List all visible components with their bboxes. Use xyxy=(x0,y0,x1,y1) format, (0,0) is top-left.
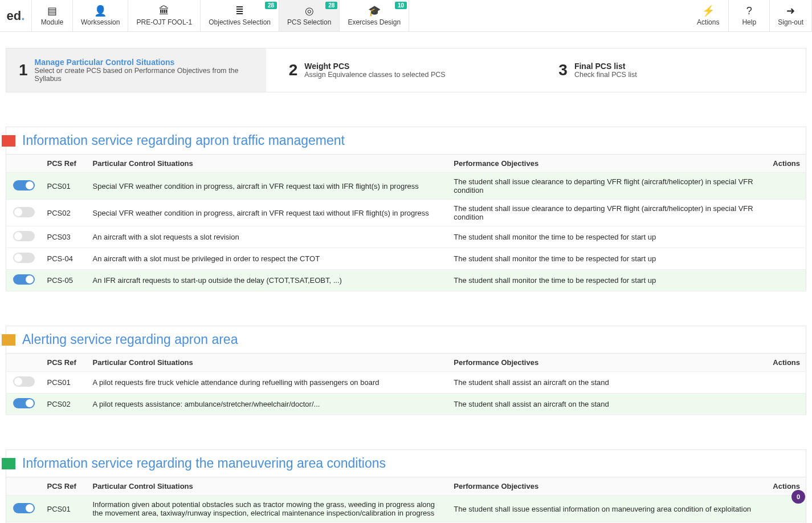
bank-icon: 🏛 xyxy=(159,6,169,16)
pcs-actions[interactable] xyxy=(767,372,806,394)
toggle-switch[interactable] xyxy=(13,180,35,190)
column-header: PCS Ref xyxy=(42,155,87,173)
section-header: Alerting service regarding apron area xyxy=(6,326,806,353)
column-header xyxy=(6,155,42,173)
pcs-actions[interactable] xyxy=(767,173,806,200)
section: Information service regarding the maneuv… xyxy=(6,449,806,523)
column-header: Particular Control Situations xyxy=(87,354,448,372)
help-icon: ? xyxy=(746,6,752,16)
nav-right-group: ⚡Actions?Help➜Sign-out xyxy=(688,0,812,31)
table-row: PCS01A pilot requests fire truck vehicle… xyxy=(6,372,806,394)
pcs-ref: PCS-05 xyxy=(42,270,87,291)
nav-spacer xyxy=(409,0,688,31)
step-subtitle: Check final PCS list xyxy=(574,71,637,79)
column-header: Performance Objectives xyxy=(448,155,767,173)
column-header: Performance Objectives xyxy=(448,477,767,496)
nav-item-worksession[interactable]: 👤Worksession xyxy=(73,0,128,31)
notification-count: 0 xyxy=(797,493,800,500)
toggle-switch[interactable] xyxy=(13,207,35,217)
column-header xyxy=(6,477,42,496)
table-row: PCS03An aircraft with a slot requests a … xyxy=(6,226,806,248)
pcs-objective: The student shall issue clearance to dep… xyxy=(448,200,767,226)
step-text: Final PCS listCheck final PCS list xyxy=(574,62,637,79)
brand-logo: ed. xyxy=(0,0,32,31)
nav-item-objectives-selection[interactable]: ≣Objectives Selection28 xyxy=(201,0,279,31)
nav-item-module[interactable]: ▤Module xyxy=(32,0,73,31)
toggle-switch[interactable] xyxy=(13,376,35,387)
section-header: Information service regarding the maneuv… xyxy=(6,449,806,477)
step-title: Manage Particular Control Situations xyxy=(35,58,254,67)
nav-item-exercises-design[interactable]: 🎓Exercises Design10 xyxy=(340,0,409,31)
pcs-actions[interactable] xyxy=(767,270,806,291)
nav-item-pcs-selection[interactable]: ◎PCS Selection28 xyxy=(279,0,340,31)
nav-item-pre-ojt-fool-1[interactable]: 🏛PRE-OJT FOOL-1 xyxy=(128,0,201,31)
nav-item-sign-out[interactable]: ➜Sign-out xyxy=(770,0,812,31)
pcs-situation: An IFR aircraft requests to start-up out… xyxy=(87,270,448,291)
toggle-switch[interactable] xyxy=(13,253,35,263)
pcs-actions[interactable] xyxy=(767,226,806,248)
step-number: 1 xyxy=(19,61,28,79)
section-title: Information service regarding apron traf… xyxy=(22,133,345,148)
step-number: 2 xyxy=(289,61,298,79)
step-text: Weight PCSAssign Equivalence classes to … xyxy=(304,62,445,79)
pcs-ref: PCS01 xyxy=(42,372,87,394)
pcs-objective: The student shall monitor the time to be… xyxy=(448,270,767,291)
table-row: PCS01Information given about potential o… xyxy=(6,496,806,522)
nav-label: PCS Selection xyxy=(287,18,331,26)
section-title: Information service regarding the maneuv… xyxy=(22,456,386,471)
column-header: Particular Control Situations xyxy=(87,155,448,173)
section: Alerting service regarding apron areaPCS… xyxy=(6,326,806,415)
notification-bubble[interactable]: 0 xyxy=(791,490,805,504)
column-header: Actions xyxy=(767,155,806,173)
toggle-knob xyxy=(14,232,22,240)
pcs-actions[interactable] xyxy=(767,200,806,226)
section-flag-icon xyxy=(2,334,15,346)
pcs-objective: The student shall issue essential inform… xyxy=(448,496,767,522)
pcs-ref: PCS02 xyxy=(42,394,87,415)
toggle-switch[interactable] xyxy=(13,231,35,241)
pcs-objective: The student shall monitor the time to be… xyxy=(448,248,767,270)
toggle-switch[interactable] xyxy=(13,274,35,285)
toggle-knob xyxy=(14,254,22,262)
pcs-objective: The student shall monitor the time to be… xyxy=(448,226,767,248)
person-icon: 👤 xyxy=(94,6,107,16)
section-title: Alerting service regarding apron area xyxy=(22,332,238,347)
nav-badge: 10 xyxy=(395,2,407,9)
table-row: PCS02A pilot requests assistance: ambula… xyxy=(6,394,806,415)
pcs-ref: PCS01 xyxy=(42,173,87,200)
toggle-knob xyxy=(14,378,22,386)
section-header: Information service regarding apron traf… xyxy=(6,127,806,154)
step-2[interactable]: 2Weight PCSAssign Equivalence classes to… xyxy=(266,48,536,92)
pcs-actions[interactable] xyxy=(767,248,806,270)
toggle-switch[interactable] xyxy=(13,503,35,513)
pcs-actions[interactable] xyxy=(767,394,806,415)
sections-container: Information service regarding apron traf… xyxy=(0,127,812,523)
column-header: Particular Control Situations xyxy=(87,477,448,496)
target-icon: ◎ xyxy=(305,6,314,16)
column-header: PCS Ref xyxy=(42,354,87,372)
pcs-ref: PCS02 xyxy=(42,200,87,226)
toggle-knob xyxy=(26,399,34,407)
pcs-objective: The student shall issue clearance to dep… xyxy=(448,173,767,200)
pcs-situation: An aircraft with a slot requests a slot … xyxy=(87,226,448,248)
nav-item-help[interactable]: ?Help xyxy=(729,0,770,31)
column-header: PCS Ref xyxy=(42,477,87,496)
step-text: Manage Particular Control SituationsSele… xyxy=(35,58,254,83)
step-1[interactable]: 1Manage Particular Control SituationsSel… xyxy=(6,48,266,92)
step-3[interactable]: 3Final PCS listCheck final PCS list xyxy=(536,48,806,92)
table-row: PCS02Special VFR weather condition in pr… xyxy=(6,200,806,226)
section-flag-icon xyxy=(2,458,15,469)
pcs-objective: The student shall assist an aircraft on … xyxy=(448,372,767,394)
nav-left-group: ▤Module👤Worksession🏛PRE-OJT FOOL-1≣Objec… xyxy=(32,0,409,31)
pcs-situation: An aircraft with a slot must be privileg… xyxy=(87,248,448,270)
column-header: Performance Objectives xyxy=(448,354,767,372)
pcs-situation: A pilot requests fire truck vehicle atte… xyxy=(87,372,448,394)
nav-badge: 28 xyxy=(265,2,277,9)
nav-item-actions[interactable]: ⚡Actions xyxy=(688,0,729,31)
bolt-icon: ⚡ xyxy=(702,6,715,16)
book-icon: ▤ xyxy=(47,6,57,16)
column-header xyxy=(6,354,42,372)
pcs-table: PCS RefParticular Control SituationsPerf… xyxy=(6,353,806,415)
toggle-switch[interactable] xyxy=(13,398,35,408)
section-flag-icon xyxy=(2,135,15,147)
